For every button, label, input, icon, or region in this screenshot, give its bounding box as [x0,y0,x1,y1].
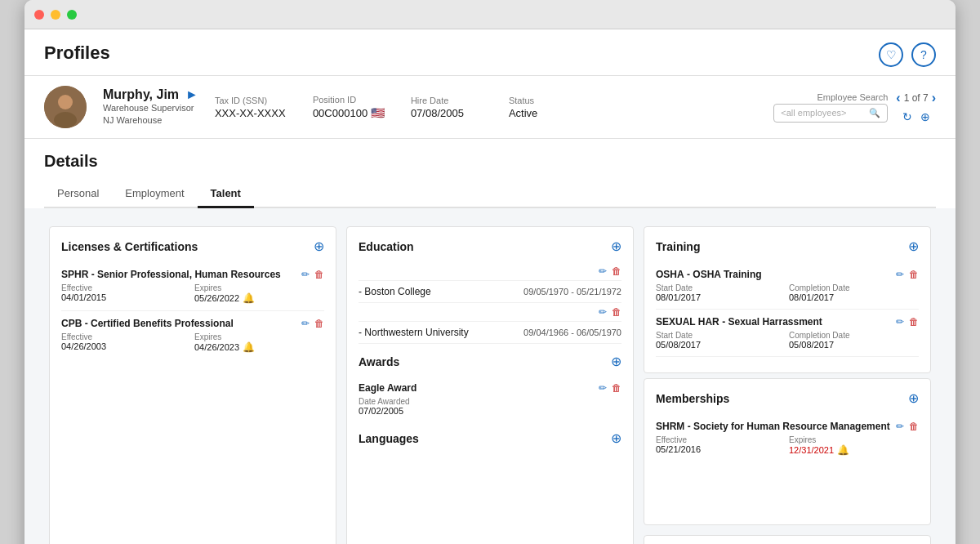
heart-icon[interactable]: ♡ [879,42,903,67]
license-1-effective-value: 04/01/2015 [61,292,191,302]
tax-id-value: XXX-XX-XXXX [215,107,296,119]
languages-section-inline: Languages ⊕ [359,430,621,446]
svg-point-1 [58,95,73,109]
languages-add-icon[interactable]: ⊕ [611,430,621,446]
license-1-expires-value: 05/26/2022 🔔 [194,292,324,304]
languages-title: Languages [359,432,419,445]
education-edit-row-1: ✏ 🗑 [359,262,621,281]
award-1-delete-icon[interactable]: 🗑 [612,382,621,394]
license-1-delete-icon[interactable]: 🗑 [314,269,324,280]
edu-2-dates: 09/04/1966 - 06/05/1970 [523,328,621,337]
license-1-title: SPHR - Senior Professional, Human Resour… [61,269,301,280]
award-1-edit-icon[interactable]: ✏ [599,382,607,394]
download-icon[interactable]: ⊕ [920,110,930,123]
training-1-end: 08/01/2017 [789,292,919,302]
position-id-value: 00C000100 🇺🇸 [313,106,394,119]
training-1-start: 08/01/2017 [656,292,786,302]
edu-1-dates: 09/05/1970 - 05/21/1972 [523,287,621,297]
training-2-title: SEXUAL HAR - Sexual Harrassment [656,316,896,328]
awards-add-icon[interactable]: ⊕ [611,354,621,369]
hire-date-label: Hire Date [411,96,492,105]
training-2-edit-icon[interactable]: ✏ [896,316,904,328]
edu-1-edit-icon[interactable]: ✏ [599,265,607,277]
employee-name: Murphy, Jim ► [103,87,198,102]
page-header: Profiles ♡ ? [24,29,956,76]
training-1-edit-icon[interactable]: ✏ [896,269,904,280]
tab-personal[interactable]: Personal [44,181,112,208]
details-section: Details Personal Employment Talent [24,139,956,208]
license-1-actions: ✏ 🗑 [301,269,324,280]
minimize-btn[interactable] [51,10,60,20]
tax-id-block: Tax ID (SSN) XXX-XX-XXXX [215,96,296,119]
license-1-effective-label: Effective [61,283,191,292]
license-2-actions: ✏ 🗑 [301,318,324,329]
memberships-add-icon[interactable]: ⊕ [908,390,919,406]
training-title: Training [656,240,700,253]
training-2-actions: ✏ 🗑 [896,316,919,328]
edu-2-edit-icon[interactable]: ✏ [599,306,607,318]
search-glass-icon: 🔍 [869,108,880,118]
close-btn[interactable] [34,10,44,20]
employee-name-block: Murphy, Jim ► Warehouse Supervisor NJ Wa… [103,87,198,127]
next-arrow[interactable]: › [932,91,936,105]
membership-1-title: SHRM - Society for Human Resource Manage… [656,421,896,432]
status-value: Active [509,107,590,119]
edu-2-name: - Northwestern University [359,327,469,338]
prev-arrow[interactable]: ‹ [896,91,900,105]
membership-1-delete-icon[interactable]: 🗑 [909,421,919,432]
license-2-expires-block: Expires 04/26/2023 🔔 [194,332,324,353]
membership-1-edit-icon[interactable]: ✏ [896,421,904,432]
education-item-2: - Northwestern University 09/04/1966 - 0… [359,322,621,344]
awards-section-inline: Awards ⊕ Eagle Award ✏ 🗑 Date Awarded 0 [359,354,621,421]
edu-2-delete-icon[interactable]: 🗑 [612,306,621,318]
skills-card: Skills ⊕ LIFT35 - Ability to Lift 35lbs … [644,535,931,544]
employee-bar: Murphy, Jim ► Warehouse Supervisor NJ Wa… [24,76,956,139]
award-1-date-label: Date Awarded [359,397,621,406]
awards-title: Awards [359,355,399,368]
tab-employment[interactable]: Employment [112,181,197,208]
license-2-title: CPB - Certified Benefits Professional [61,318,301,329]
hire-date-value: 07/08/2005 [411,107,492,119]
awards-header: Awards ⊕ [359,354,621,369]
training-2-start: 05/08/2017 [656,340,786,350]
education-header: Education ⊕ [359,239,621,254]
license-item-1: SPHR - Senior Professional, Human Resour… [61,262,324,311]
right-column: Training ⊕ OSHA - OSHA Training ✏ 🗑 [639,221,936,544]
license-2-effective-block: Effective 04/26/2003 [61,332,191,353]
license-1-bell-icon: 🔔 [243,292,255,304]
membership-1-actions: ✏ 🗑 [896,421,919,432]
membership-item-1: SHRM - Society for Human Resource Manage… [656,414,919,462]
training-1-delete-icon[interactable]: 🗑 [909,269,919,280]
licenses-add-icon[interactable]: ⊕ [314,239,324,254]
flag-icon: 🇺🇸 [371,106,385,119]
training-1-start-block: Start Date 08/01/2017 [656,283,786,302]
hire-date-block: Hire Date 07/08/2005 [411,96,492,119]
education-title: Education [359,240,414,253]
employee-search-label: Employee Search [817,92,888,102]
languages-header: Languages ⊕ [359,430,621,446]
svg-point-2 [54,112,77,128]
license-2-delete-icon[interactable]: 🗑 [314,318,324,329]
main-content: Profiles ♡ ? Murphy, Jim ► Warehouse [24,29,956,544]
training-2-delete-icon[interactable]: 🗑 [909,316,919,328]
refresh-icon[interactable]: ↻ [902,110,912,123]
help-icon[interactable]: ? [911,42,936,67]
employee-search-block: Employee Search <all employees> 🔍 ‹ 1 of… [773,91,936,123]
maximize-btn[interactable] [67,10,77,20]
employee-search-input[interactable]: <all employees> 🔍 [773,104,888,123]
license-2-bell-icon: 🔔 [243,341,255,353]
training-item-1: OSHA - OSHA Training ✏ 🗑 Start Date 08/0… [656,262,919,310]
training-item-2: SEXUAL HAR - Sexual Harrassment ✏ 🗑 Star… [656,310,919,357]
employee-nav-arrow[interactable]: ► [185,87,198,102]
training-2-end-block: Completion Date 05/08/2017 [789,331,919,350]
education-add-icon[interactable]: ⊕ [611,239,621,254]
avatar [44,86,87,128]
license-1-edit-icon[interactable]: ✏ [301,269,310,280]
training-add-icon[interactable]: ⊕ [908,239,919,254]
tab-talent[interactable]: Talent [198,181,254,208]
training-1-end-block: Completion Date 08/01/2017 [789,283,919,302]
edu-1-name: - Boston College [359,286,431,297]
edu-1-delete-icon[interactable]: 🗑 [612,265,621,277]
status-label: Status [509,96,590,105]
license-2-edit-icon[interactable]: ✏ [301,318,310,329]
